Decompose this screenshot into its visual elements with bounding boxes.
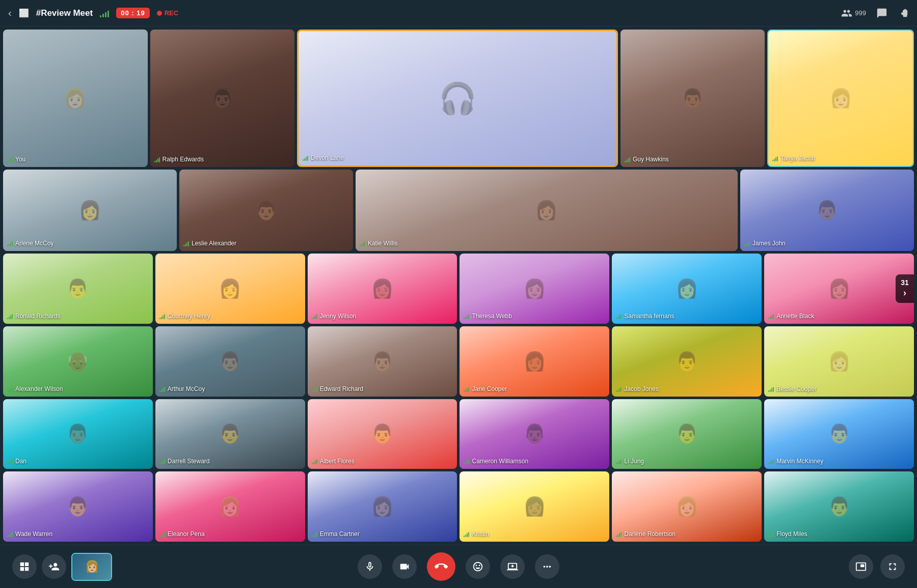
rec-badge: REC [157, 9, 178, 17]
name-jane: Jane Cooper [464, 385, 507, 393]
video-row-1: 👩🏼 You 👨🏿 Ralph Edwards [3, 30, 914, 167]
tile-floyd[interactable]: 👨 Floyd Miles [764, 471, 914, 542]
tile-james[interactable]: 👨🏾 James John [740, 170, 914, 251]
name-katie: Katie Willis [360, 240, 398, 247]
name-albert: Albert Flores [312, 458, 355, 465]
tile-samantha[interactable]: 👩 Samantha fernans [612, 254, 762, 324]
chat-button[interactable] [876, 8, 887, 19]
name-samantha: Samantha fernans [616, 313, 674, 320]
bottom-bar: 👩🏼 [0, 545, 917, 588]
tile-ralph[interactable]: 👨🏿 Ralph Edwards [150, 30, 295, 167]
tile-theresa[interactable]: 👩🏽 Theresa Webb [460, 254, 609, 324]
meeting-title: #Review Meet [36, 8, 93, 18]
hand-raise-button[interactable] [898, 8, 909, 19]
more-options-button[interactable] [535, 554, 559, 579]
page-indicator[interactable]: 31 › [896, 274, 914, 303]
video-row-6: 👨 Wade Warren 👩🏼 Eleanor Pena 👩🏽 Emma Ca… [3, 471, 914, 542]
signal-bars [100, 9, 109, 17]
name-ronald: Ronald Richards [7, 313, 61, 320]
chat-icon [876, 8, 887, 19]
tile-jacob[interactable]: 👨 Jacob Jones [612, 326, 762, 397]
tile-edward[interactable]: 👨🏽 Edward Richard [308, 326, 457, 397]
name-tanya: Tanya Jacob [772, 155, 815, 162]
bottom-right-controls [849, 554, 905, 579]
bottom-center-controls [358, 552, 559, 581]
name-eleanor: Eleanor Pena [159, 530, 205, 538]
fullscreen-icon [887, 561, 898, 572]
participants-button[interactable]: 999 [841, 8, 866, 19]
emoji-button[interactable] [466, 554, 490, 579]
participants-count: 999 [855, 9, 866, 17]
video-grid: 👩🏼 You 👨🏿 Ralph Edwards [0, 26, 917, 545]
video-row-2: 👩 Arlene McCoy 👨🏽 Leslie Alexander 👩🏽 [3, 170, 914, 251]
screen-share-icon: ⬜ [19, 8, 29, 18]
tile-cameron[interactable]: 👨🏿 Cameron Williamson [460, 399, 609, 469]
tile-dan[interactable]: 👨🏾 Dan [3, 399, 153, 469]
fullscreen-button[interactable] [880, 554, 905, 579]
name-dan: Dan [7, 458, 26, 465]
bottom-left-controls: 👩🏼 [12, 553, 112, 581]
share-screen-icon [507, 561, 518, 572]
tile-kristin[interactable]: 👩🏿 Kristin [460, 471, 609, 542]
tile-tanya[interactable]: 👩🏼 Tanya Jacob [767, 30, 914, 167]
tile-albert[interactable]: 👨 Albert Flores [308, 399, 457, 469]
tile-you[interactable]: 👩🏼 You [3, 30, 148, 167]
tile-annette[interactable]: 👩🏽 Annette Black [764, 254, 914, 324]
mute-button[interactable] [358, 554, 382, 579]
tile-devon-featured[interactable]: 🎧 Devon Lane [297, 30, 618, 167]
tile-eleanor[interactable]: 👩🏼 Eleanor Pena [155, 471, 305, 542]
layout-button[interactable] [12, 554, 37, 579]
add-participant-button[interactable] [42, 554, 66, 579]
tile-leslie[interactable]: 👨🏽 Leslie Alexander [179, 170, 353, 251]
tile-bessie[interactable]: 👩🏼 Bessie Cooper [764, 326, 914, 397]
name-guy: Guy Hawkins [625, 156, 669, 163]
name-jacob: Jacob Jones [616, 385, 658, 393]
tile-guy[interactable]: 👨🏾 Guy Hawkins [621, 30, 765, 167]
name-jenny: Jenny Wilson [312, 313, 356, 320]
end-call-button[interactable] [427, 552, 455, 581]
camera-button[interactable] [392, 554, 417, 579]
name-bessie: Bessie Cooper [768, 385, 817, 393]
tile-darlene[interactable]: 👩🏼 Darlene Robertson [612, 471, 762, 542]
video-row-5: 👨🏾 Dan 👨 Darrell Steward 👨 Albert Flores… [3, 399, 914, 469]
tile-jane[interactable]: 👩🏾 Jane Cooper [460, 326, 609, 397]
signal-guy [625, 156, 630, 162]
top-right-controls: 999 [841, 8, 909, 19]
top-bar: ‹ ⬜ #Review Meet 00 : 19 REC 999 [0, 0, 917, 26]
name-you: You [7, 156, 25, 163]
name-ralph: Ralph Edwards [154, 156, 204, 163]
rec-dot [157, 11, 162, 16]
name-darlene: Darlene Robertson [616, 530, 676, 538]
tile-marvin[interactable]: 👨 Marvin McKinney [764, 399, 914, 469]
name-li: Li Jung [616, 458, 644, 465]
tile-jenny[interactable]: 👩🏾 Jenny Wilson [308, 254, 457, 324]
tile-arlene[interactable]: 👩 Arlene McCoy [3, 170, 177, 251]
tile-li[interactable]: 👨 Li Jung [612, 399, 762, 469]
signal-ralph [154, 156, 160, 162]
tile-wade[interactable]: 👨 Wade Warren [3, 471, 153, 542]
tile-arthur[interactable]: 👨🏽 Arthur McCoy [155, 326, 305, 397]
mic-icon [364, 561, 375, 572]
tile-courtney[interactable]: 👩 Courtney Henry [155, 254, 305, 324]
timer-badge: 00 : 19 [116, 8, 149, 18]
signal-devon [303, 155, 308, 161]
name-arthur: Arthur McCoy [159, 385, 205, 393]
back-button[interactable]: ‹ [8, 7, 12, 19]
tile-ronald[interactable]: 👨 Ronald Richards [3, 254, 153, 324]
name-alexander: Alexander Wilson [7, 385, 63, 393]
emoji-icon [472, 561, 483, 572]
name-james: James John [744, 240, 786, 247]
name-theresa: Theresa Webb [464, 313, 512, 320]
tile-emma[interactable]: 👩🏽 Emma Cartner [308, 471, 457, 542]
name-annette: Annette Black [768, 313, 814, 320]
more-icon [542, 561, 553, 572]
share-screen-button[interactable] [500, 554, 525, 579]
tile-katie[interactable]: 👩🏽 Katie Willis [356, 170, 738, 251]
pip-button[interactable] [849, 554, 873, 579]
name-courtney: Courtney Henry [159, 313, 210, 320]
tile-darrell[interactable]: 👨 Darrell Steward [155, 399, 305, 469]
tile-alexander[interactable]: 👴🏾 Alexander Wilson [3, 326, 153, 397]
thumbnail-preview[interactable]: 👩🏼 [71, 553, 112, 581]
name-darrell: Darrell Steward [159, 458, 210, 465]
video-row-3: 👨 Ronald Richards 👩 Courtney Henry 👩🏾 Je… [3, 254, 914, 324]
